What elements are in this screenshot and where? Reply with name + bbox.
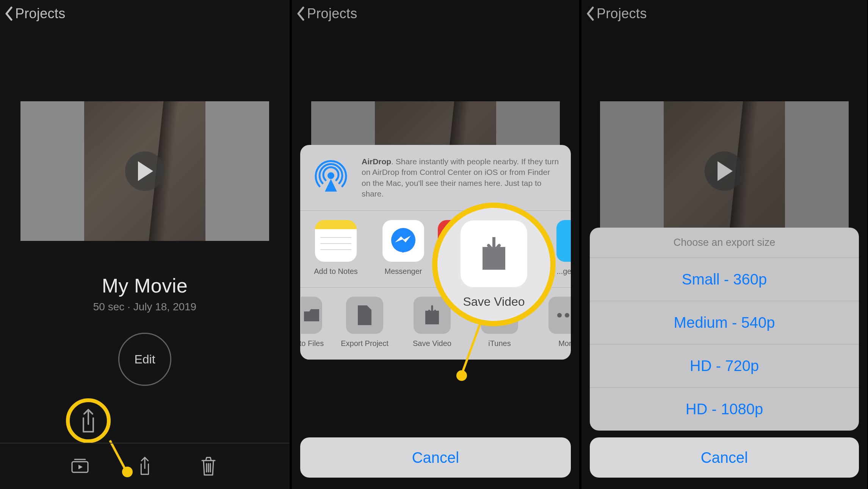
export-option-360p[interactable]: Small - 360p: [590, 258, 859, 301]
export-option-540p[interactable]: Medium - 540p: [590, 301, 859, 344]
video-thumbnail[interactable]: [20, 101, 269, 241]
notes-app-icon: [315, 220, 357, 262]
share-icon-large[interactable]: [66, 398, 111, 443]
edit-button[interactable]: Edit: [118, 333, 171, 386]
export-size-sheet: Choose an export size Small - 360p Mediu…: [590, 228, 859, 431]
folder-icon: [301, 297, 322, 334]
export-option-1080p[interactable]: HD - 1080p: [590, 388, 859, 431]
save-video-highlight: Save Video: [432, 203, 556, 326]
screen-project-detail: Projects My Movie 50 sec · July 18, 2019…: [0, 0, 290, 489]
messenger-app-icon: [382, 220, 424, 262]
screen-export-size: Projects Choose an export size Small - 3…: [579, 0, 867, 489]
action-item-more[interactable]: More: [542, 297, 571, 348]
export-option-720p[interactable]: HD - 720p: [590, 344, 859, 388]
svg-point-10: [327, 172, 334, 179]
save-video-icon-large[interactable]: [461, 220, 527, 287]
save-video-label: Save Video: [463, 295, 525, 309]
action-item-export-project[interactable]: Export Project: [340, 297, 390, 348]
cancel-button[interactable]: Cancel: [300, 437, 571, 478]
chevron-left-icon[interactable]: [5, 6, 13, 21]
share-highlight: [66, 398, 111, 443]
airdrop-text: AirDrop. Share instantly with people nea…: [362, 155, 561, 199]
project-title: My Movie: [0, 274, 290, 297]
export-size-title: Choose an export size: [590, 228, 859, 258]
svg-marker-3: [78, 465, 83, 469]
trash-icon[interactable]: [198, 456, 219, 476]
nav-header: Projects: [0, 0, 290, 27]
airdrop-section[interactable]: AirDrop. Share instantly with people nea…: [300, 145, 571, 211]
bottom-toolbar: [0, 443, 290, 489]
play-icon[interactable]: [125, 151, 165, 191]
document-icon: [346, 297, 383, 334]
more-icon: [548, 297, 571, 334]
back-label[interactable]: Projects: [15, 6, 65, 22]
airdrop-icon: [310, 155, 352, 197]
svg-point-15: [565, 313, 569, 318]
play-queue-icon[interactable]: [71, 456, 91, 476]
app-icon: [556, 220, 571, 262]
action-item-files[interactable]: to Files: [301, 297, 322, 348]
cancel-button[interactable]: Cancel: [590, 437, 859, 478]
project-meta: 50 sec · July 18, 2019: [0, 301, 290, 313]
share-icon[interactable]: [135, 456, 155, 476]
svg-point-14: [557, 313, 562, 318]
share-item-notes[interactable]: Add to Notes: [311, 220, 361, 276]
share-item-messenger[interactable]: Messenger: [378, 220, 428, 276]
share-item-truncated-right[interactable]: ...ge: [556, 220, 571, 276]
screen-share-sheet: Projects AirDrop. Share ins: [290, 0, 579, 489]
svg-marker-0: [138, 161, 153, 181]
